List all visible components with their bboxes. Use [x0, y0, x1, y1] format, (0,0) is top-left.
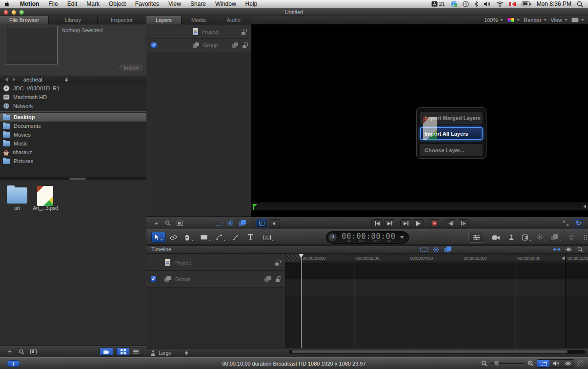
paint-brush-tool[interactable]	[228, 232, 243, 243]
lock-icon[interactable]	[276, 276, 281, 282]
toggle-timeline-button[interactable]	[537, 360, 549, 367]
window-title-bar[interactable]: Untitled	[0, 8, 588, 16]
bluetooth-icon[interactable]	[474, 1, 478, 7]
show-keyframes-icon[interactable]	[551, 246, 563, 253]
mute-button[interactable]	[269, 219, 280, 227]
timeline-playhead[interactable]	[301, 254, 302, 348]
zoom-window-button[interactable]	[20, 10, 24, 15]
timecode-value[interactable]: 00:00:00:00	[337, 233, 400, 240]
apple-menu-icon[interactable]	[5, 1, 11, 7]
next-frame-button[interactable]	[458, 219, 469, 227]
go-to-start-button[interactable]	[371, 219, 383, 227]
menu-item-choose-layer[interactable]: Choose Layer...	[420, 144, 483, 156]
import-button[interactable]: Import	[119, 64, 144, 72]
group-track-lane[interactable]	[285, 280, 588, 296]
blend-icon[interactable]	[232, 42, 239, 48]
forward-arrow-icon[interactable]	[13, 78, 16, 82]
new-camera-button[interactable]	[489, 232, 503, 243]
timeline-track-area[interactable]: 00:00:00;00 00:00:02;00 00:00:04;00 00:0…	[285, 254, 588, 348]
show-timeline-button[interactable]	[256, 219, 267, 227]
info-button[interactable]: i	[7, 360, 20, 367]
battery-icon[interactable]	[522, 1, 531, 6]
show-behaviors-icon[interactable]	[224, 219, 236, 227]
view-dropdown[interactable]: View	[550, 17, 568, 23]
zoom-in-icon[interactable]	[527, 360, 534, 367]
mini-playhead[interactable]	[253, 204, 257, 210]
tab-media[interactable]: Media	[182, 16, 217, 24]
sync-globe-icon[interactable]	[450, 0, 457, 7]
play-range-end-marker[interactable]	[562, 256, 565, 260]
toggle-audio-button[interactable]	[549, 360, 562, 367]
sidebar-item-network[interactable]: Network	[0, 102, 146, 110]
menu-clock[interactable]: Mon 8:36 PM	[537, 0, 571, 7]
group-visibility-checkbox[interactable]: ✓	[150, 276, 157, 282]
previous-frame-button[interactable]	[445, 219, 456, 227]
show-media-button[interactable]	[100, 348, 113, 355]
timecode-display[interactable]: 00:00:00:00 HR MIN SEC FR	[326, 231, 409, 244]
add-replicator-button[interactable]	[579, 232, 588, 243]
window-resize-grip[interactable]	[577, 360, 584, 367]
menu-favorites[interactable]: Favorites	[135, 0, 159, 7]
menu-file[interactable]: File	[48, 0, 58, 7]
search-icon[interactable]	[162, 219, 174, 227]
timeline-horizontal-scrollbar[interactable]	[289, 350, 586, 354]
bezier-pen-tool[interactable]	[213, 232, 227, 243]
timeline-row-group[interactable]: ✓ Group	[146, 271, 285, 287]
timeline-row-project[interactable]: Project	[146, 254, 285, 271]
add-emitter-button[interactable]	[564, 232, 578, 243]
add-filter-button[interactable]	[549, 232, 563, 243]
lock-icon[interactable]	[242, 29, 246, 35]
sidebar-item-pictures[interactable]: Pictures	[0, 157, 146, 165]
track-height-icon[interactable]	[563, 246, 574, 253]
record-animation-button[interactable]	[504, 232, 518, 243]
tab-layers[interactable]: Layers	[146, 16, 182, 24]
menu-help[interactable]: Help	[245, 0, 258, 7]
behaviors-badge-button[interactable]: 2	[519, 232, 533, 243]
sidebar-item-home[interactable]: nharauz	[0, 148, 146, 157]
back-arrow-icon[interactable]	[5, 78, 8, 82]
tab-inspector[interactable]: Inspector	[98, 16, 146, 24]
spotlight-search-icon[interactable]	[577, 1, 583, 7]
show-filters-icon[interactable]	[442, 246, 453, 253]
menu-edit[interactable]: Edit	[67, 0, 78, 7]
text-tool[interactable]: T	[243, 232, 258, 243]
fit-window-icon[interactable]	[560, 219, 571, 227]
track-size-stepper[interactable]	[185, 351, 188, 355]
current-folder-dropdown[interactable]: aecheat	[23, 77, 42, 82]
channels-dropdown[interactable]	[507, 18, 520, 22]
go-to-end-button[interactable]	[384, 219, 395, 227]
menu-motion[interactable]: Motion	[20, 0, 39, 7]
icon-view-button[interactable]	[117, 348, 129, 355]
sidebar-item-desktop[interactable]: Desktop	[0, 113, 146, 122]
mask-rect-tool[interactable]	[262, 232, 276, 243]
sidebar-scrollbar[interactable]	[0, 177, 146, 180]
pan-hand-tool[interactable]	[182, 232, 196, 243]
toggle-keyframe-editor-button[interactable]	[562, 360, 574, 367]
transform-3d-tool[interactable]	[166, 232, 181, 243]
lock-icon[interactable]	[243, 42, 247, 48]
render-dropdown[interactable]: Render	[524, 17, 547, 23]
sidebar-item-movies[interactable]: Movies	[0, 130, 146, 139]
preview-toggle-icon[interactable]	[27, 348, 39, 356]
show-behaviors-icon[interactable]	[430, 246, 442, 253]
loop-playback-button[interactable]: ↻	[573, 219, 584, 227]
menu-object[interactable]: Object	[109, 0, 126, 7]
layer-row-project[interactable]: Project	[146, 25, 251, 39]
blend-icon[interactable]	[264, 276, 271, 282]
app-status-icon[interactable]: 21	[431, 1, 445, 7]
canvas-zoom-slider[interactable]	[490, 363, 525, 364]
add-behavior-button[interactable]	[534, 232, 548, 243]
hud-button[interactable]	[468, 232, 485, 243]
track-size-dropdown[interactable]: Large	[159, 350, 171, 356]
zoom-level-dropdown[interactable]: 100%	[484, 17, 503, 23]
minimize-window-button[interactable]	[12, 10, 16, 15]
group-visibility-checkbox[interactable]: ✓	[151, 42, 157, 48]
preview-column-icon[interactable]	[174, 219, 185, 227]
menu-view[interactable]: View	[168, 0, 181, 7]
folder-stepper[interactable]	[65, 78, 68, 82]
sidebar-item-macintosh-hd[interactable]: Macintosh HD	[0, 93, 146, 102]
add-layer-button[interactable]: +	[150, 219, 162, 227]
tab-library[interactable]: Library	[49, 16, 98, 24]
play-from-start-button[interactable]	[400, 219, 411, 227]
wifi-icon[interactable]	[496, 1, 504, 7]
